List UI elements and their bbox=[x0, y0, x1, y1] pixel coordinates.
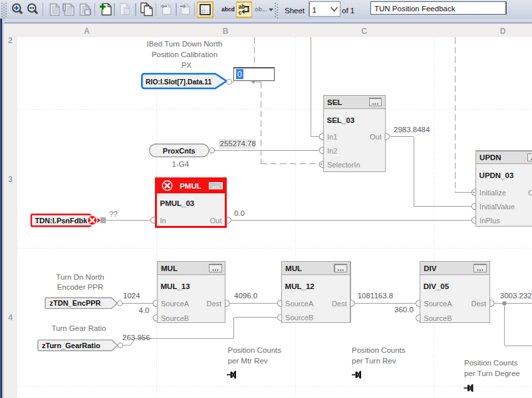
svg-text:InitialValue: InitialValue bbox=[479, 203, 515, 211]
svg-text:3: 3 bbox=[8, 175, 13, 184]
svg-text:UPDN_03: UPDN_03 bbox=[479, 171, 514, 179]
svg-text:MUL_12: MUL_12 bbox=[285, 282, 315, 290]
svg-text:c: c bbox=[239, 9, 242, 16]
svg-text:Encoder PPR: Encoder PPR bbox=[57, 283, 104, 291]
svg-text:abcd: abcd bbox=[221, 6, 235, 13]
svg-text:In: In bbox=[160, 217, 166, 225]
svg-text:per Turn Rev: per Turn Rev bbox=[352, 357, 396, 365]
svg-text:TDN:I.PsnFdbk: TDN:I.PsnFdbk bbox=[35, 217, 88, 225]
svg-text:SourceB: SourceB bbox=[424, 314, 452, 322]
svg-text:SelectorIn: SelectorIn bbox=[327, 161, 360, 169]
svg-text:SourceB: SourceB bbox=[285, 314, 313, 322]
svg-text:4: 4 bbox=[8, 313, 13, 322]
svg-text:0.0: 0.0 bbox=[234, 209, 245, 217]
svg-text:B: B bbox=[223, 27, 229, 36]
svg-text:263.956: 263.956 bbox=[122, 334, 150, 342]
svg-text:Position Counts: Position Counts bbox=[352, 346, 406, 354]
svg-text:2983.8484: 2983.8484 bbox=[394, 126, 430, 134]
svg-text:RIO:I.Slot[7].Data.11: RIO:I.Slot[7].Data.11 bbox=[146, 78, 212, 86]
svg-text:SourceB: SourceB bbox=[161, 314, 189, 322]
svg-text:Out: Out bbox=[370, 133, 382, 141]
svg-text:Position Counts: Position Counts bbox=[464, 359, 518, 367]
svg-text:1024: 1024 bbox=[123, 292, 140, 300]
svg-text:DIV_05: DIV_05 bbox=[424, 282, 450, 290]
svg-text:1081163.8: 1081163.8 bbox=[358, 292, 394, 300]
svg-text:TUN Position Feedback: TUN Position Feedback bbox=[374, 5, 456, 13]
svg-text:of 1: of 1 bbox=[342, 7, 354, 15]
svg-text:PMUL: PMUL bbox=[180, 182, 201, 190]
svg-text:zTDN_EncPPR: zTDN_EncPPR bbox=[50, 299, 101, 307]
svg-text:Dest: Dest bbox=[207, 300, 222, 308]
svg-text:Initialize: Initialize bbox=[479, 189, 506, 197]
svg-text:4.0: 4.0 bbox=[139, 306, 150, 314]
svg-text:0: 0 bbox=[237, 70, 242, 79]
svg-text:Out: Out bbox=[210, 217, 222, 225]
svg-text:SourceA: SourceA bbox=[161, 300, 190, 308]
svg-text:1: 1 bbox=[313, 6, 317, 14]
svg-text:DIV: DIV bbox=[424, 264, 437, 272]
svg-text:2: 2 bbox=[8, 36, 13, 45]
svg-text:MUL_13: MUL_13 bbox=[161, 282, 190, 290]
svg-text:UPDN: UPDN bbox=[479, 153, 501, 161]
svg-text:Dest: Dest bbox=[332, 300, 347, 308]
svg-text:Sheet: Sheet bbox=[285, 7, 305, 15]
svg-text:D: D bbox=[500, 27, 506, 36]
svg-text:Position Counts: Position Counts bbox=[228, 346, 282, 354]
svg-text:ProxCnts: ProxCnts bbox=[163, 147, 196, 155]
svg-text:SEL: SEL bbox=[327, 98, 342, 106]
svg-text:Out: Out bbox=[528, 189, 532, 197]
svg-text:In1: In1 bbox=[327, 133, 337, 141]
svg-text:1-G4: 1-G4 bbox=[172, 160, 190, 168]
svg-text:SEL_03: SEL_03 bbox=[327, 116, 355, 124]
svg-text:zTurn_GearRatio: zTurn_GearRatio bbox=[42, 342, 100, 349]
svg-text:Turn Dn North: Turn Dn North bbox=[56, 273, 104, 281]
svg-text:MUL: MUL bbox=[285, 264, 302, 272]
svg-text:SourceA: SourceA bbox=[285, 300, 314, 308]
svg-text:SourceA: SourceA bbox=[424, 300, 452, 308]
svg-text:PX: PX bbox=[182, 61, 192, 69]
svg-text:IBed Turn Down North: IBed Turn Down North bbox=[147, 40, 223, 48]
svg-text:3003.2327: 3003.2327 bbox=[500, 292, 532, 300]
svg-text:Turn Gear Ratio: Turn Gear Ratio bbox=[51, 324, 106, 332]
svg-text:??: ?? bbox=[109, 210, 118, 218]
svg-text:A: A bbox=[84, 27, 90, 36]
svg-text:In2: In2 bbox=[327, 147, 337, 155]
svg-text:PMUL_03: PMUL_03 bbox=[160, 199, 195, 207]
svg-text:C: C bbox=[361, 27, 367, 36]
svg-text:MUL: MUL bbox=[161, 264, 178, 272]
svg-text:360.0: 360.0 bbox=[394, 306, 414, 314]
svg-text:Dest: Dest bbox=[471, 300, 487, 308]
svg-text:ob...: ob... bbox=[255, 6, 267, 13]
svg-text:per Mtr Rev: per Mtr Rev bbox=[228, 357, 268, 365]
svg-text:Position Calibration: Position Calibration bbox=[152, 50, 217, 58]
svg-text:InPlus: InPlus bbox=[479, 217, 500, 225]
svg-text:255274.78: 255274.78 bbox=[220, 140, 256, 148]
svg-text:per Turn Degree: per Turn Degree bbox=[464, 369, 520, 377]
svg-text:4096.0: 4096.0 bbox=[234, 292, 257, 300]
